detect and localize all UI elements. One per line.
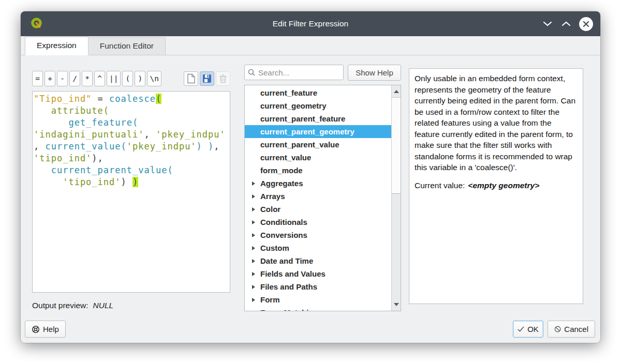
operator-button[interactable]: ^ — [94, 71, 105, 86]
operator-button[interactable]: * — [82, 71, 93, 86]
function-list: current_featurecurrent_geometrycurrent_p… — [245, 86, 391, 311]
output-preview-label: Output preview: — [32, 301, 88, 310]
function-list-panel: current_featurecurrent_geometrycurrent_p… — [244, 85, 401, 311]
list-item-label: current_geometry — [260, 99, 327, 112]
list-item-label: current_parent_value — [260, 138, 339, 151]
function-list-scrollbar[interactable] — [391, 85, 401, 311]
list-item[interactable]: current_parent_value — [245, 138, 391, 151]
scroll-up-icon[interactable] — [392, 85, 401, 98]
list-item-label: Arrays — [260, 190, 285, 203]
operator-button[interactable]: / — [69, 71, 80, 86]
list-item-label: current_parent_geometry — [260, 125, 354, 138]
operator-button[interactable]: ) — [135, 71, 145, 86]
list-item-label: Date and Time — [260, 254, 313, 267]
list-item-label: Aggregates — [260, 177, 303, 190]
scroll-down-icon[interactable] — [392, 298, 401, 311]
list-item-label: Custom — [260, 241, 289, 254]
list-item[interactable]: Color — [245, 203, 391, 216]
close-button[interactable] — [579, 17, 593, 31]
list-item[interactable]: current_parent_geometry — [245, 125, 391, 138]
list-item-label: form_mode — [260, 164, 303, 177]
minimize-icon[interactable] — [542, 18, 553, 29]
cancel-button-label: Cancel — [564, 325, 588, 333]
tab-function-editor[interactable]: Function Editor — [88, 37, 166, 55]
list-item[interactable]: Conversions — [245, 229, 391, 241]
scrollbar-thumb[interactable] — [392, 98, 401, 194]
code-line: current_parent_value( — [34, 164, 229, 176]
list-item[interactable]: Files and Paths — [245, 280, 391, 293]
operator-button[interactable]: ( — [122, 71, 133, 86]
expand-triangle-icon[interactable] — [252, 285, 255, 289]
list-item[interactable]: form_mode — [245, 164, 391, 177]
list-item[interactable]: Fields and Values — [245, 267, 391, 280]
list-item[interactable]: Date and Time — [245, 254, 391, 267]
expand-triangle-icon[interactable] — [252, 272, 255, 276]
new-expression-button[interactable] — [184, 71, 198, 86]
operator-button[interactable]: \n — [147, 71, 161, 86]
help-description: Only usable in an embedded form context,… — [415, 73, 578, 173]
search-row: Show Help — [244, 65, 401, 81]
list-item-label: Form — [260, 293, 280, 306]
ok-button[interactable]: OK — [513, 321, 543, 338]
lifebuoy-icon — [32, 325, 40, 333]
expand-triangle-icon[interactable] — [252, 233, 255, 237]
expand-triangle-icon[interactable] — [252, 259, 255, 263]
ok-button-label: OK — [527, 325, 539, 333]
expand-triangle-icon[interactable] — [252, 194, 255, 199]
output-preview-value: NULL — [93, 301, 114, 310]
list-item[interactable]: Custom — [245, 241, 391, 254]
operator-button[interactable]: - — [57, 71, 68, 86]
list-item-label: Fuzzy Matching — [260, 306, 318, 311]
maximize-icon[interactable] — [560, 18, 572, 29]
expand-triangle-icon[interactable] — [252, 311, 255, 311]
expand-triangle-icon[interactable] — [252, 298, 255, 302]
expand-triangle-icon[interactable] — [252, 181, 255, 186]
list-item[interactable]: Conditionals — [245, 216, 391, 229]
save-expression-button[interactable] — [200, 71, 214, 86]
list-item[interactable]: Arrays — [245, 190, 391, 203]
help-button-label: Help — [43, 325, 59, 333]
window-title: Edit Filter Expression — [21, 19, 600, 28]
show-help-button[interactable]: Show Help — [348, 65, 401, 81]
code-line: "Tipo_ind" = coalesce( — [34, 93, 229, 105]
current-value: <empty geometry> — [468, 181, 539, 190]
code-line: attribute( — [34, 105, 229, 117]
list-item-label: Conversions — [260, 229, 307, 241]
dialog-content: =+-/*^||()\n "Tipo_ind" = coalesce( attr… — [21, 55, 600, 311]
help-button[interactable]: Help — [25, 321, 66, 338]
tab-bar: Expression Function Editor — [21, 36, 600, 55]
search-icon — [248, 69, 255, 76]
list-item-label: current_value — [260, 151, 311, 164]
code-line: get_feature( — [34, 117, 229, 129]
output-preview: Output preview:NULL — [32, 301, 230, 310]
expand-triangle-icon[interactable] — [252, 220, 255, 224]
list-item-label: current_parent_feature — [260, 112, 345, 125]
cancel-button[interactable]: Cancel — [548, 321, 595, 338]
current-value-line: Current value:<empty geometry> — [415, 180, 578, 191]
code-line: 'tipo_ind') ) — [34, 176, 229, 188]
expression-toolbar: =+-/*^||()\n — [32, 70, 230, 86]
current-value-label: Current value: — [415, 181, 465, 190]
expand-triangle-icon[interactable] — [252, 207, 255, 211]
list-item-label: Files and Paths — [260, 280, 317, 293]
list-item[interactable]: current_value — [245, 151, 391, 164]
search-input[interactable] — [258, 68, 340, 77]
list-item[interactable]: Fuzzy Matching — [245, 306, 391, 311]
list-item-label: current_feature — [260, 86, 317, 99]
qgis-logo-icon — [30, 17, 43, 33]
tab-expression[interactable]: Expression — [25, 37, 88, 55]
list-item[interactable]: current_parent_feature — [245, 112, 391, 125]
expression-editor[interactable]: "Tipo_ind" = coalesce( attribute( get_fe… — [32, 91, 230, 293]
list-item[interactable]: current_feature — [245, 86, 391, 99]
list-item[interactable]: current_geometry — [245, 99, 391, 112]
list-item[interactable]: Aggregates — [245, 177, 391, 190]
expand-triangle-icon[interactable] — [252, 246, 255, 250]
code-line: , current_value('pkey_indpu') ), — [34, 141, 229, 153]
list-item[interactable]: Form — [245, 293, 391, 306]
operator-button[interactable]: = — [32, 71, 43, 86]
list-item-label: Color — [260, 203, 280, 216]
list-item-label: Conditionals — [260, 216, 307, 229]
operator-button[interactable]: || — [107, 71, 121, 86]
search-box[interactable] — [244, 65, 344, 80]
operator-button[interactable]: + — [45, 71, 55, 86]
